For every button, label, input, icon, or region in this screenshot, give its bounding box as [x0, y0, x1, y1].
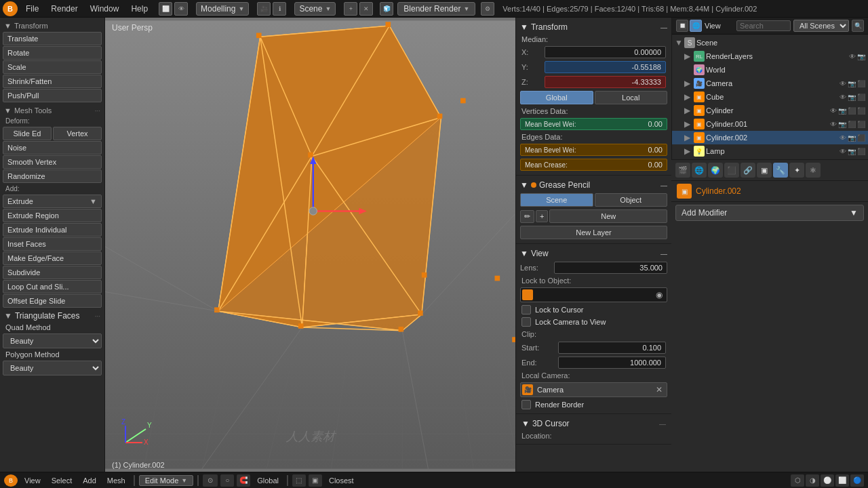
- vertex-button[interactable]: Vertex: [53, 127, 102, 140]
- prop-scene-icon[interactable]: 🌐: [692, 163, 707, 178]
- viewport[interactable]: User Persp Y X Z (1) Cylinder.002 人人素材: [105, 18, 515, 472]
- cyl002-data-icon[interactable]: ⬛: [857, 134, 865, 142]
- lock-camera-checkbox[interactable]: [521, 317, 531, 327]
- inset-faces-button[interactable]: Inset Faces: [3, 237, 102, 251]
- prop-physics-icon[interactable]: ⚛: [806, 163, 821, 178]
- info-icon-top[interactable]: ℹ: [273, 2, 286, 16]
- lock-value[interactable]: [534, 293, 652, 296]
- menu-window[interactable]: Window: [85, 3, 125, 15]
- engine-selector[interactable]: Blender Render▼: [397, 2, 475, 16]
- polygon-method-select[interactable]: Beauty: [3, 361, 102, 375]
- transform-collapse-btn[interactable]: —: [660, 24, 667, 31]
- prop-particles-icon[interactable]: ✦: [789, 163, 804, 178]
- mean-bevel-slider[interactable]: Mean Bevel Wei: 0.00: [520, 118, 667, 130]
- outliner-item-renderlayers[interactable]: ▶ RL RenderLayers 👁 📷: [672, 49, 868, 63]
- snap-icon[interactable]: 🧲: [237, 474, 250, 487]
- camera-name[interactable]: Camera: [534, 384, 652, 395]
- outliner-item-cylinder-001[interactable]: ▶ ▣ Cylinder.001 👁 📷 ⬛ ⬛: [672, 117, 868, 131]
- global-button[interactable]: Global: [520, 91, 593, 104]
- snap-element[interactable]: ▣: [309, 474, 322, 487]
- proportional-icon[interactable]: ○: [220, 474, 234, 487]
- outliner-view-icon[interactable]: 🔲: [676, 20, 688, 32]
- add-modifier-button[interactable]: Add Modifier ▼: [675, 205, 864, 221]
- outliner-item-cube[interactable]: ▶ ▣ Cube 👁 📷 ⬛: [672, 90, 868, 104]
- clip-end-field[interactable]: 1000.000: [558, 357, 666, 369]
- cyl001-eye-icon[interactable]: 👁: [830, 121, 837, 128]
- scale-button[interactable]: Scale: [3, 60, 102, 74]
- gp-plus-icon[interactable]: +: [536, 210, 548, 222]
- camera-eye-icon[interactable]: 👁: [840, 80, 846, 87]
- cyl001-mod-icon[interactable]: ⬛: [848, 121, 856, 128]
- render-border-row[interactable]: Render Border: [516, 399, 671, 411]
- prop-render-icon[interactable]: 🎬: [675, 163, 690, 178]
- extrude-dropdown[interactable]: Extrude▼: [3, 195, 102, 208]
- outliner-item-cylinder[interactable]: ▶ ▣ Cylinder 👁 📷 ⬛ ⬛: [672, 104, 868, 117]
- cyl002-eye-icon[interactable]: 👁: [840, 134, 846, 142]
- cyl-mod-icon[interactable]: ⬛: [848, 107, 856, 115]
- prop-constraints-icon[interactable]: 🔗: [741, 163, 755, 178]
- viewport-render-icon[interactable]: 🔵: [850, 474, 864, 487]
- slide-edge-button[interactable]: Slide Ed: [3, 127, 52, 140]
- menu-file[interactable]: File: [20, 3, 44, 15]
- lens-value-field[interactable]: 35.000: [554, 262, 667, 274]
- quad-method-select[interactable]: Beauty: [3, 333, 102, 348]
- view-section-header[interactable]: ▼View —: [516, 247, 671, 260]
- outliner-scene-icon[interactable]: 🌐: [690, 20, 702, 32]
- blender-logo[interactable]: B: [3, 1, 18, 16]
- grease-pencil-header[interactable]: ▼ Grease Pencil —: [516, 178, 671, 192]
- smooth-vertex-button[interactable]: Smooth Vertex: [3, 155, 102, 169]
- outliner-item-world[interactable]: 🌍 World: [672, 63, 868, 77]
- bottom-logo[interactable]: B: [4, 474, 18, 487]
- lamp-render-icon[interactable]: 📷: [848, 148, 856, 155]
- view-collapse[interactable]: —: [660, 250, 667, 258]
- mode-selector[interactable]: Modelling▼: [196, 2, 249, 16]
- mean-crease-slider[interactable]: Mean Crease: 0.00: [520, 159, 667, 171]
- local-button[interactable]: Local: [595, 91, 668, 104]
- prop-data-icon[interactable]: ▣: [757, 163, 772, 178]
- cyl001-data-icon[interactable]: ⬛: [857, 121, 865, 128]
- mode-dropdown[interactable]: Edit Mode ▼: [139, 475, 193, 486]
- bottom-mesh[interactable]: Mesh: [103, 476, 130, 485]
- plus-icon-scene[interactable]: +: [344, 2, 357, 16]
- lamp-data-icon[interactable]: ⬛: [857, 148, 865, 155]
- outliner-item-camera[interactable]: ▶ 🎥 Camera 👁 📷 ⬛: [672, 77, 868, 90]
- overlay-icon[interactable]: ⬡: [791, 474, 804, 487]
- outliner-scene-select[interactable]: All Scenes: [793, 20, 849, 32]
- pivot-label[interactable]: Global: [253, 476, 283, 485]
- blender-icon-small[interactable]: ⚙: [481, 2, 494, 16]
- gp-new-layer-button[interactable]: New Layer: [520, 226, 667, 239]
- viewport-shading-icon[interactable]: ◑: [806, 474, 819, 487]
- cyl-eye-icon[interactable]: 👁: [830, 107, 837, 115]
- shrink-fatten-button[interactable]: Shrink/Fatten: [3, 75, 102, 88]
- loop-cut-button[interactable]: Loop Cut and Sli...: [3, 280, 102, 293]
- make-edge-face-button[interactable]: Make Edge/Face: [3, 251, 102, 265]
- prop-obj-icon[interactable]: ⬛: [724, 163, 739, 178]
- outliner-search-icon[interactable]: 🔍: [852, 20, 864, 32]
- subdivide-button[interactable]: Subdivide: [3, 266, 102, 279]
- camera-icon-top[interactable]: 👁: [174, 2, 188, 16]
- minus-icon-scene[interactable]: ✕: [359, 2, 373, 16]
- snap-toggle[interactable]: ⬚: [292, 474, 306, 487]
- lock-camera-row[interactable]: Lock Camera to View: [516, 316, 671, 328]
- camera-clear-button[interactable]: ✕: [652, 384, 667, 396]
- push-pull-button[interactable]: Push/Pull: [3, 89, 102, 102]
- object-mode-icon[interactable]: 🧊: [380, 2, 393, 16]
- lock-browse-button[interactable]: ◉: [652, 289, 667, 301]
- renderlayers-eye-icon[interactable]: 👁: [849, 53, 856, 60]
- cyl-render-icon[interactable]: 📷: [838, 107, 846, 115]
- extrude-region-button[interactable]: Extrude Region: [3, 209, 102, 222]
- lock-cursor-checkbox[interactable]: [521, 305, 531, 314]
- clip-start-field[interactable]: 0.100: [558, 342, 666, 354]
- y-value-field[interactable]: -0.55188: [545, 61, 666, 73]
- cube-data-icon[interactable]: ⬛: [857, 94, 865, 101]
- outliner-item-lamp[interactable]: ▶ 💡 Lamp 👁 📷 ⬛: [672, 144, 868, 158]
- cursor-3d-header[interactable]: ▼ 3D Cursor —: [516, 417, 671, 430]
- offset-edge-button[interactable]: Offset Edge Slide: [3, 294, 102, 308]
- scene-selector[interactable]: Scene▼: [294, 2, 336, 16]
- viewport-icon[interactable]: ⬜: [159, 2, 172, 16]
- snap-target-label[interactable]: Closest: [325, 476, 358, 485]
- cyl001-render-icon[interactable]: 📷: [838, 121, 846, 128]
- camera-render-icon[interactable]: 📷: [848, 80, 856, 87]
- cube-render-icon[interactable]: 📷: [848, 94, 856, 101]
- cube-eye-icon[interactable]: 👁: [840, 94, 846, 101]
